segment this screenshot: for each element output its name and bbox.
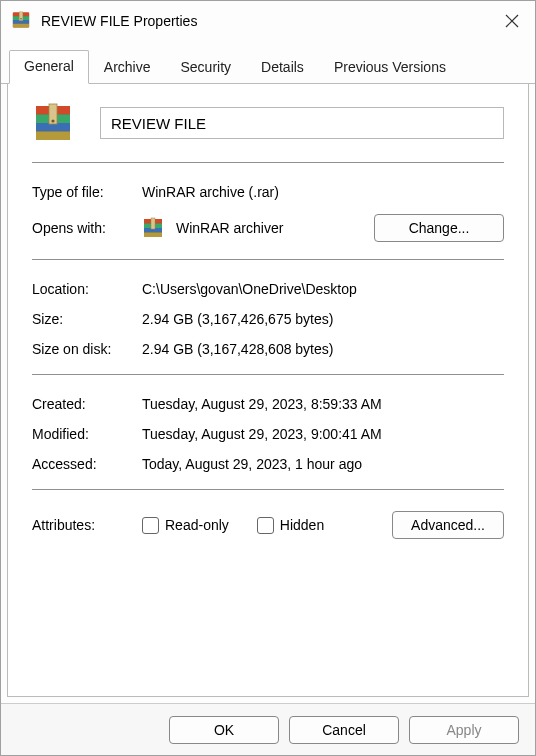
properties-window: REVIEW FILE Properties General Archive S… [0, 0, 536, 756]
titlebar-left: REVIEW FILE Properties [11, 10, 197, 32]
label-modified: Modified: [32, 426, 142, 442]
readonly-checkbox[interactable] [142, 517, 159, 534]
tab-security[interactable]: Security [166, 51, 247, 84]
tab-details[interactable]: Details [246, 51, 319, 84]
window-title: REVIEW FILE Properties [41, 13, 197, 29]
svg-rect-13 [36, 132, 70, 141]
panel-spacer [32, 546, 504, 678]
close-button[interactable] [489, 1, 535, 41]
header-row [32, 102, 504, 162]
value-size: 2.94 GB (3,167,426,675 bytes) [142, 311, 504, 327]
separator [32, 162, 504, 163]
opens-with-text: WinRAR archiver [176, 220, 283, 236]
hidden-label: Hidden [280, 517, 324, 533]
hidden-checkbox[interactable] [257, 517, 274, 534]
row-location: Location: C:\Users\govan\OneDrive\Deskto… [32, 274, 504, 304]
filename-input[interactable] [100, 107, 504, 139]
label-accessed: Accessed: [32, 456, 142, 472]
change-button[interactable]: Change... [374, 214, 504, 242]
row-attributes: Attributes: Read-only Hidden Advanced... [32, 504, 504, 546]
label-attributes: Attributes: [32, 517, 142, 533]
separator [32, 259, 504, 260]
separator [32, 489, 504, 490]
label-type-of-file: Type of file: [32, 184, 142, 200]
bottom-bar: OK Cancel Apply [1, 703, 535, 755]
row-modified: Modified: Tuesday, August 29, 2023, 9:00… [32, 419, 504, 449]
value-type-of-file: WinRAR archive (.rar) [142, 184, 504, 200]
apply-button[interactable]: Apply [409, 716, 519, 744]
svg-point-15 [51, 119, 54, 122]
attributes-group: Read-only Hidden Advanced... [142, 511, 504, 539]
label-size-on-disk: Size on disk: [32, 341, 142, 357]
tab-archive[interactable]: Archive [89, 51, 166, 84]
titlebar: REVIEW FILE Properties [1, 1, 535, 41]
value-opens-with: WinRAR archiver Change... [142, 214, 504, 242]
value-size-on-disk: 2.94 GB (3,167,428,608 bytes) [142, 341, 504, 357]
tab-previous-versions[interactable]: Previous Versions [319, 51, 461, 84]
value-modified: Tuesday, August 29, 2023, 9:00:41 AM [142, 426, 504, 442]
ok-button[interactable]: OK [169, 716, 279, 744]
row-size: Size: 2.94 GB (3,167,426,675 bytes) [32, 304, 504, 334]
row-size-on-disk: Size on disk: 2.94 GB (3,167,428,608 byt… [32, 334, 504, 364]
cancel-button[interactable]: Cancel [289, 716, 399, 744]
winrar-app-icon [142, 217, 164, 239]
row-created: Created: Tuesday, August 29, 2023, 8:59:… [32, 389, 504, 419]
hidden-checkbox-wrap[interactable]: Hidden [257, 517, 324, 534]
row-opens-with: Opens with: WinRAR archiver Change... [32, 207, 504, 249]
label-location: Location: [32, 281, 142, 297]
advanced-button[interactable]: Advanced... [392, 511, 504, 539]
svg-point-6 [20, 18, 22, 20]
readonly-label: Read-only [165, 517, 229, 533]
label-created: Created: [32, 396, 142, 412]
label-size: Size: [32, 311, 142, 327]
label-opens-with: Opens with: [32, 220, 142, 236]
winrar-file-icon [32, 102, 74, 144]
svg-rect-4 [13, 24, 29, 28]
value-created: Tuesday, August 29, 2023, 8:59:33 AM [142, 396, 504, 412]
close-icon [505, 14, 519, 28]
value-accessed: Today, August 29, 2023, 1 hour ago [142, 456, 504, 472]
svg-rect-21 [151, 218, 155, 229]
separator [32, 374, 504, 375]
row-accessed: Accessed: Today, August 29, 2023, 1 hour… [32, 449, 504, 479]
tab-general[interactable]: General [9, 50, 89, 84]
tabs-row: General Archive Security Details Previou… [1, 41, 535, 84]
winrar-title-icon [11, 10, 33, 32]
svg-rect-20 [144, 233, 162, 238]
value-location: C:\Users\govan\OneDrive\Desktop [142, 281, 504, 297]
row-type-of-file: Type of file: WinRAR archive (.rar) [32, 177, 504, 207]
readonly-checkbox-wrap[interactable]: Read-only [142, 517, 229, 534]
general-panel: Type of file: WinRAR archive (.rar) Open… [7, 84, 529, 697]
